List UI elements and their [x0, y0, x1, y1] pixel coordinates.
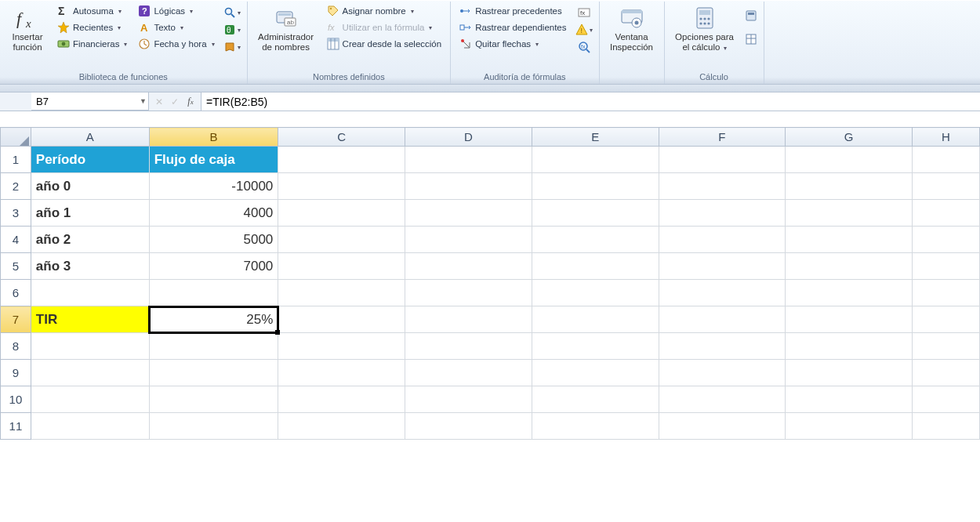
cell[interactable]: -10000	[149, 173, 278, 200]
cell[interactable]	[786, 200, 913, 227]
cell[interactable]	[659, 173, 786, 200]
calculate-sheet-button[interactable]	[743, 31, 759, 47]
cell-selected[interactable]: 25%	[149, 306, 278, 333]
cell[interactable]	[659, 306, 786, 333]
watch-window-button[interactable]: Ventana Inspección	[604, 3, 659, 53]
name-box[interactable]: B7 ▼	[31, 92, 149, 111]
row-header[interactable]: 9	[1, 360, 31, 386]
name-box-dropdown-icon[interactable]: ▼	[140, 97, 147, 105]
cell[interactable]	[786, 386, 913, 413]
cell[interactable]	[278, 200, 405, 227]
cell[interactable]	[278, 413, 405, 440]
cell[interactable]: año 2	[31, 227, 149, 253]
error-checking-button[interactable]: !▾	[574, 22, 594, 38]
math-trig-button[interactable]: θ▾	[222, 22, 242, 38]
define-name-button[interactable]: Asignar nombre▾	[323, 3, 446, 19]
calculation-options-button[interactable]: Opciones para el cálculo ▾	[670, 3, 740, 53]
cell[interactable]	[405, 386, 532, 413]
cell[interactable]: Período	[31, 147, 149, 173]
evaluate-formula-button[interactable]: fx	[576, 39, 592, 55]
cell[interactable]	[659, 253, 786, 280]
cell[interactable]	[786, 173, 913, 200]
col-header-A[interactable]: A	[31, 128, 149, 147]
trace-dependents-button[interactable]: Rastrear dependientes	[456, 20, 570, 35]
cell[interactable]	[31, 413, 149, 440]
cell[interactable]	[405, 200, 532, 227]
cell[interactable]: Flujo de caja	[149, 147, 278, 173]
row-header[interactable]: 4	[1, 227, 31, 253]
use-in-formula-button[interactable]: fx Utilizar en la fórmula▾	[323, 20, 446, 35]
cell[interactable]	[278, 227, 405, 253]
datetime-functions-button[interactable]: Fecha y hora▾	[134, 36, 218, 52]
cell[interactable]	[659, 227, 786, 253]
remove-arrows-button[interactable]: Quitar flechas▾	[456, 36, 570, 52]
row-header[interactable]: 10	[1, 386, 31, 413]
fx-bar-icon[interactable]: fx	[183, 96, 198, 107]
cell[interactable]	[31, 386, 149, 413]
col-header-C[interactable]: C	[278, 128, 405, 147]
cell[interactable]	[532, 200, 659, 227]
cell[interactable]	[31, 280, 149, 306]
cell[interactable]	[405, 173, 532, 200]
cell[interactable]	[278, 253, 405, 280]
cell[interactable]	[278, 147, 405, 173]
cell[interactable]	[913, 280, 980, 306]
cell[interactable]: 5000	[149, 227, 278, 253]
cell[interactable]	[659, 360, 786, 386]
row-header[interactable]: 3	[1, 200, 31, 227]
accept-formula-icon[interactable]: ✓	[168, 96, 182, 107]
cell[interactable]	[405, 253, 532, 280]
logical-functions-button[interactable]: ? Lógicas▾	[134, 3, 218, 19]
cell[interactable]	[913, 173, 980, 200]
name-manager-button[interactable]: ab Administrador de nombres	[252, 3, 320, 53]
cell[interactable]: año 1	[31, 200, 149, 227]
cell[interactable]	[405, 413, 532, 440]
calculate-now-button[interactable]	[743, 8, 759, 24]
cell[interactable]	[913, 147, 980, 173]
cell[interactable]	[532, 333, 659, 360]
cell[interactable]: TIR	[31, 306, 149, 333]
cell[interactable]	[278, 173, 405, 200]
cell[interactable]	[278, 386, 405, 413]
col-header-G[interactable]: G	[786, 128, 913, 147]
cell[interactable]	[405, 306, 532, 333]
row-header[interactable]: 5	[1, 253, 31, 280]
cell[interactable]	[532, 147, 659, 173]
row-header[interactable]: 6	[1, 280, 31, 306]
spreadsheet-grid[interactable]: A B C D E F G H 1 Período Flujo de caja …	[0, 127, 980, 440]
cell[interactable]	[913, 253, 980, 280]
lookup-ref-button[interactable]: ▾	[222, 5, 242, 20]
insert-function-button[interactable]: fx Insertar función	[5, 3, 50, 53]
cell[interactable]	[532, 413, 659, 440]
formula-input[interactable]	[201, 92, 980, 111]
cell[interactable]	[913, 227, 980, 253]
cell[interactable]	[913, 413, 980, 440]
cell[interactable]	[532, 227, 659, 253]
cell[interactable]	[149, 333, 278, 360]
show-formulas-button[interactable]: fx	[576, 5, 592, 20]
col-header-H[interactable]: H	[913, 128, 980, 147]
cell[interactable]	[659, 333, 786, 360]
row-header[interactable]: 7	[1, 306, 31, 333]
cell[interactable]	[659, 200, 786, 227]
cell[interactable]	[913, 386, 980, 413]
cell[interactable]	[405, 227, 532, 253]
cell[interactable]	[659, 147, 786, 173]
cell[interactable]	[149, 360, 278, 386]
financial-functions-button[interactable]: Financieras▾	[53, 36, 131, 52]
col-header-F[interactable]: F	[659, 128, 786, 147]
cell[interactable]	[659, 386, 786, 413]
cell[interactable]	[913, 333, 980, 360]
cell[interactable]	[786, 253, 913, 280]
cell[interactable]	[786, 413, 913, 440]
cell[interactable]	[786, 333, 913, 360]
autosum-button[interactable]: Σ Autosuma▾	[53, 3, 131, 19]
cell[interactable]	[31, 360, 149, 386]
cell[interactable]: 4000	[149, 200, 278, 227]
row-header[interactable]: 8	[1, 333, 31, 360]
cell[interactable]	[31, 333, 149, 360]
cell[interactable]	[532, 360, 659, 386]
cell[interactable]	[532, 253, 659, 280]
cell[interactable]	[532, 173, 659, 200]
cell[interactable]	[278, 280, 405, 306]
